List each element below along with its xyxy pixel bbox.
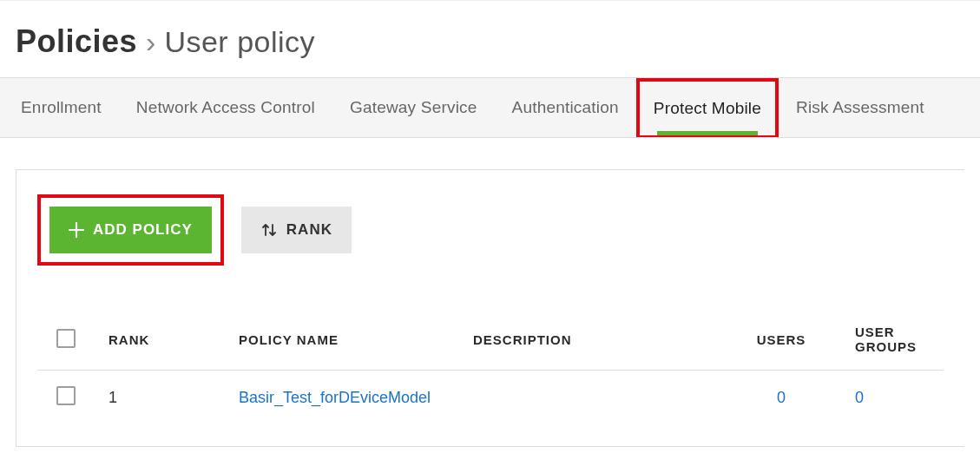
add-policy-label: ADD POLICY xyxy=(93,221,193,239)
header-users: USERS xyxy=(707,332,855,347)
row-checkbox[interactable] xyxy=(56,386,76,405)
rank-button[interactable]: RANK xyxy=(241,207,352,253)
header-rank: RANK xyxy=(109,332,239,347)
header-description: DESCRIPTION xyxy=(473,332,707,347)
page-header: Policies › User policy xyxy=(0,0,980,77)
tab-authentication[interactable]: Authentication xyxy=(495,78,636,137)
tab-risk-assessment[interactable]: Risk Assessment xyxy=(779,78,942,137)
header-policy-name: POLICY NAME xyxy=(239,332,473,347)
select-all-checkbox[interactable] xyxy=(56,329,76,348)
breadcrumb-current: User policy xyxy=(164,25,315,59)
table-row: 1 Basir_Test_forDEviceModel 0 0 xyxy=(37,371,944,425)
user-groups-link[interactable]: 0 xyxy=(855,389,864,406)
sort-icon xyxy=(260,221,278,239)
policy-name-link[interactable]: Basir_Test_forDEviceModel xyxy=(239,389,431,406)
actions-row: ADD POLICY RANK xyxy=(37,194,944,266)
content: ADD POLICY RANK RANK POLICY NAME xyxy=(0,138,980,447)
breadcrumb-separator: › xyxy=(146,25,155,59)
breadcrumb-root[interactable]: Policies xyxy=(16,23,137,60)
cell-rank: 1 xyxy=(109,389,239,407)
tab-network-access-control[interactable]: Network Access Control xyxy=(119,78,332,137)
tabs: Enrollment Network Access Control Gatewa… xyxy=(0,77,980,138)
tab-protect-mobile[interactable]: Protect Mobile xyxy=(636,78,779,138)
plus-icon xyxy=(69,222,84,238)
policy-table: RANK POLICY NAME DESCRIPTION USERS USER … xyxy=(37,309,944,425)
tab-gateway-service[interactable]: Gateway Service xyxy=(332,78,495,137)
add-policy-button[interactable]: ADD POLICY xyxy=(49,207,212,253)
users-link[interactable]: 0 xyxy=(777,389,786,406)
policy-card: ADD POLICY RANK RANK POLICY NAME xyxy=(16,169,964,447)
rank-button-label: RANK xyxy=(286,221,332,239)
breadcrumb: Policies › User policy xyxy=(16,23,964,60)
table-header: RANK POLICY NAME DESCRIPTION USERS USER … xyxy=(37,309,944,371)
header-user-groups: USER GROUPS xyxy=(855,325,944,354)
add-policy-highlight: ADD POLICY xyxy=(37,194,224,266)
tab-enrollment[interactable]: Enrollment xyxy=(3,78,119,137)
